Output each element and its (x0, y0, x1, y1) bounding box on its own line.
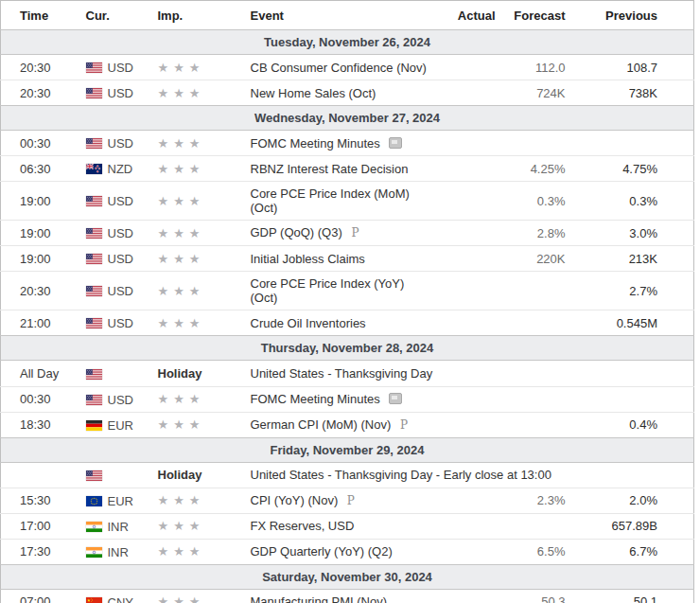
event-link[interactable]: CPI (YoY) (Nov) (251, 493, 339, 507)
event-name-cell: Core PCE Price Index (YoY) (Oct) (247, 272, 455, 310)
importance-stars: ★★★ (158, 417, 205, 432)
event-link[interactable]: FOMC Meeting Minutes (251, 392, 380, 406)
star-icon: ★ (189, 493, 201, 507)
event-row: 17:30 INR ★★★ GDP Quarterly (YoY) (Q2) 6… (1, 539, 694, 564)
economic-calendar-page: Time Cur. Imp. Event Actual Forecast Pre… (0, 0, 700, 603)
event-previous: 0.4% (570, 412, 694, 437)
event-importance-cell: ★★★ (158, 539, 247, 564)
event-currency-cell: EUR (86, 488, 158, 513)
event-time: 17:30 (1, 539, 86, 564)
event-row: All Day Holiday United States - Thanksgi… (1, 361, 694, 386)
event-link[interactable]: FOMC Meeting Minutes (251, 136, 380, 151)
star-icon: ★ (158, 252, 169, 266)
event-time: 20:30 (1, 272, 86, 310)
importance-stars: ★★★ (158, 594, 205, 603)
event-link[interactable]: German CPI (MoM) (Nov) (251, 417, 392, 432)
star-icon: ★ (158, 392, 169, 406)
star-icon: ★ (189, 519, 201, 533)
date-header-label: Tuesday, November 26, 2024 (1, 30, 694, 55)
event-link[interactable]: New Home Sales (Oct) (251, 86, 376, 100)
event-name-cell: CB Consumer Confidence (Nov) (247, 55, 455, 80)
event-name-cell: GDP (QoQ) (Q3) P (247, 221, 455, 246)
event-actual (455, 513, 498, 539)
event-previous: 657.89B (570, 513, 694, 539)
event-previous: 0.545M (570, 310, 694, 336)
column-header-previous: Previous (570, 1, 694, 30)
column-header-actual: Actual (455, 1, 498, 30)
event-currency-cell: NZD (86, 156, 158, 182)
event-currency-cell: USD (86, 131, 158, 156)
event-forecast: 6.5% (498, 539, 570, 564)
event-previous: 2.0% (570, 488, 694, 513)
preliminary-marker: P (400, 418, 408, 432)
event-forecast: 724K (498, 80, 570, 106)
event-name-cell: Crude Oil Inventories (247, 310, 455, 336)
event-forecast (498, 272, 570, 310)
currency-code: USD (108, 61, 133, 75)
event-importance-cell: ★★★ (158, 386, 247, 412)
flag-cn-icon (86, 597, 102, 603)
importance-stars: ★★★ (158, 86, 205, 100)
event-link[interactable]: GDP (QoQ) (Q3) (251, 225, 342, 239)
event-time: 20:30 (1, 80, 86, 106)
flag-us-icon (86, 62, 102, 73)
event-importance-cell: ★★★ (158, 272, 247, 310)
event-forecast: 220K (498, 246, 570, 272)
event-time (1, 462, 86, 488)
star-icon: ★ (189, 252, 201, 266)
event-row: 20:30 USD ★★★ Core PCE Price Index (YoY)… (1, 272, 694, 310)
event-link[interactable]: Manufacturing PMI (Nov) (251, 594, 388, 603)
event-link[interactable]: Initial Jobless Claims (251, 252, 365, 266)
holiday-label: Holiday (158, 366, 202, 381)
event-row: 19:00 USD ★★★ GDP (QoQ) (Q3) P 2.8% 3.0% (1, 221, 694, 246)
flag-us-icon (86, 254, 102, 264)
event-time: 21:00 (1, 310, 86, 336)
event-forecast (498, 310, 570, 336)
star-icon: ★ (158, 417, 169, 432)
report-icon[interactable] (389, 393, 402, 404)
star-icon: ★ (173, 519, 184, 533)
currency-code: EUR (108, 418, 133, 433)
event-link[interactable]: GDP Quarterly (YoY) (Q2) (251, 544, 393, 559)
event-link[interactable]: Core PCE Price Index (YoY) (Oct) (251, 276, 405, 305)
event-actual (455, 539, 498, 564)
star-icon: ★ (173, 86, 184, 100)
event-link[interactable]: CB Consumer Confidence (Nov) (251, 61, 427, 75)
event-link[interactable]: RBNZ Interest Rate Decision (251, 162, 409, 176)
star-icon: ★ (189, 392, 201, 406)
event-row: 20:30 USD ★★★ New Home Sales (Oct) 724K … (1, 80, 694, 106)
currency-code: NZD (108, 162, 133, 176)
event-link[interactable]: Crude Oil Inventories (251, 316, 366, 330)
flag-us-icon (86, 395, 102, 405)
event-previous: 213K (570, 246, 694, 272)
event-time: All Day (1, 361, 86, 386)
event-previous: 738K (570, 80, 694, 106)
currency-code: INR (108, 520, 129, 534)
event-time: 06:30 (1, 156, 86, 182)
currency-code: EUR (108, 494, 133, 508)
star-icon: ★ (189, 226, 201, 240)
event-previous: 50.1 (570, 589, 694, 603)
flag-us-icon (86, 138, 102, 149)
currency-code: USD (108, 226, 133, 240)
event-importance-cell: Holiday (158, 361, 247, 386)
event-row: 19:00 USD ★★★ Initial Jobless Claims 220… (1, 246, 694, 272)
event-link[interactable]: Core PCE Price Index (MoM) (Oct) (251, 186, 410, 215)
event-row: 00:30 USD ★★★ FOMC Meeting Minutes (1, 386, 694, 412)
currency-code: INR (108, 545, 129, 559)
event-actual (455, 156, 498, 182)
event-link[interactable]: FX Reserves, USD (251, 519, 355, 533)
currency-code: USD (108, 393, 133, 407)
currency-code: USD (108, 284, 133, 298)
event-currency-cell: INR (86, 539, 158, 564)
star-icon: ★ (173, 61, 184, 75)
star-icon: ★ (173, 493, 184, 507)
event-link[interactable]: United States - Thanksgiving Day (251, 366, 433, 381)
currency-code: USD (108, 136, 133, 151)
event-link[interactable]: United States - Thanksgiving Day - Early… (251, 468, 551, 482)
star-icon: ★ (158, 594, 169, 603)
report-icon[interactable] (389, 137, 402, 149)
currency-code: CNY (108, 595, 133, 603)
flag-us-icon (86, 196, 102, 206)
importance-stars: ★★★ (158, 519, 205, 533)
